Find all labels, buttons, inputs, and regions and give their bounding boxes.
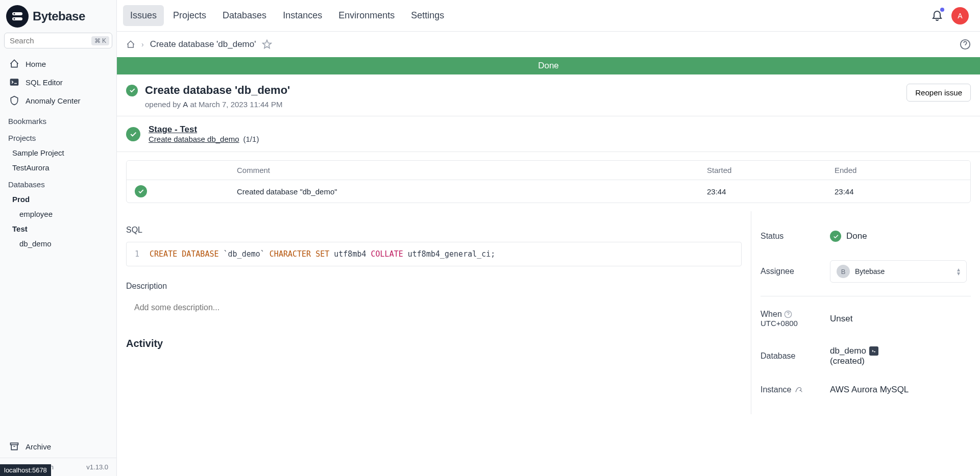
- col-comment: Comment: [237, 166, 707, 174]
- svg-point-0: [6, 5, 29, 28]
- terminal-icon: [9, 77, 19, 87]
- mysql-icon: [794, 385, 803, 394]
- select-arrows-icon: ▴▾: [957, 267, 960, 275]
- sidebar-db-employee[interactable]: employee: [0, 207, 116, 221]
- tab-issues[interactable]: Issues: [123, 5, 164, 26]
- status-label: Status: [761, 232, 830, 241]
- status-check-icon: [126, 85, 138, 96]
- nav-anomaly-label: Anomaly Center: [26, 96, 81, 105]
- instance-label: Instance: [761, 385, 791, 394]
- sidebar-project-testaurora[interactable]: TestAurora: [0, 160, 116, 175]
- col-started: Started: [707, 166, 835, 174]
- sql-content: CREATE DATABASE `db_demo` CHARACTER SET …: [150, 249, 495, 259]
- nav-home[interactable]: Home: [4, 55, 112, 73]
- terminal-small-icon: [869, 346, 878, 356]
- task-table: Comment Started Ended Created database "…: [126, 160, 971, 203]
- nav-sql-label: SQL Editor: [26, 78, 63, 87]
- top-tabs: Issues Projects Databases Instances Envi…: [117, 0, 980, 32]
- task-row[interactable]: Created database "db_demo" 23:44 23:44: [127, 180, 970, 203]
- row-comment: Created database "db_demo": [237, 187, 707, 196]
- assignee-select[interactable]: B Bytebase ▴▾: [830, 260, 967, 283]
- tab-instances[interactable]: Instances: [276, 5, 329, 26]
- sql-label: SQL: [126, 226, 742, 235]
- row-started: 23:44: [707, 187, 835, 196]
- database-value[interactable]: db_demo: [830, 346, 866, 356]
- when-label: When: [761, 310, 782, 319]
- description-input[interactable]: [126, 298, 742, 317]
- sql-editor[interactable]: 1 CREATE DATABASE `db_demo` CHARACTER SE…: [126, 242, 742, 266]
- archive-icon: [9, 441, 19, 452]
- breadcrumb: › Create database 'db_demo': [117, 32, 980, 57]
- stage-title[interactable]: Stage - Test: [149, 124, 259, 135]
- logo[interactable]: Bytebase: [0, 0, 116, 33]
- svg-rect-6: [11, 443, 18, 444]
- description-label: Description: [126, 282, 742, 291]
- status-banner: Done: [117, 57, 980, 74]
- database-status: (created): [830, 356, 878, 366]
- bookmarks-heading: Bookmarks: [0, 112, 116, 129]
- chevron-right-icon: ›: [141, 40, 144, 48]
- issue-meta: opened by A at March 7, 2023 11:44 PM: [145, 100, 290, 109]
- shield-icon: [9, 95, 19, 106]
- tab-databases[interactable]: Databases: [215, 5, 274, 26]
- sidebar-env-test[interactable]: Test: [0, 221, 116, 236]
- opened-user[interactable]: A: [183, 100, 188, 109]
- home-breadcrumb-icon[interactable]: [126, 40, 135, 49]
- status-check-icon-small: [830, 231, 841, 242]
- nav-anomaly[interactable]: Anomaly Center: [4, 91, 112, 110]
- notifications-button[interactable]: [931, 9, 943, 22]
- assignee-avatar: B: [837, 265, 850, 278]
- home-icon: [9, 59, 19, 69]
- search-shortcut: ⌘ K: [91, 36, 109, 45]
- when-tz: UTC+0800: [761, 319, 798, 328]
- when-value: Unset: [830, 314, 852, 324]
- row-check-icon: [135, 185, 147, 197]
- opened-time: at March 7, 2023 11:44 PM: [190, 100, 282, 109]
- row-ended: 23:44: [835, 187, 962, 196]
- help-icon[interactable]: [960, 39, 971, 50]
- tab-settings[interactable]: Settings: [404, 5, 451, 26]
- issue-title: Create database 'db_demo': [145, 84, 290, 97]
- nav-archive[interactable]: Archive: [4, 437, 112, 456]
- svg-point-3: [14, 13, 15, 15]
- nav-archive-label: Archive: [26, 442, 51, 451]
- assignee-value: Bytebase: [855, 267, 885, 275]
- nav-sql-editor[interactable]: SQL Editor: [4, 73, 112, 91]
- localhost-badge: localhost:5678: [0, 464, 51, 476]
- tab-environments[interactable]: Environments: [331, 5, 402, 26]
- user-avatar[interactable]: A: [951, 7, 969, 24]
- col-ended: Ended: [835, 166, 962, 174]
- stage-check-icon: [126, 127, 140, 141]
- sidebar-db-demo[interactable]: db_demo: [0, 236, 116, 251]
- star-icon[interactable]: [262, 39, 272, 49]
- status-value: Done: [846, 231, 867, 241]
- opened-prefix: opened by: [145, 100, 181, 109]
- brand-name: Bytebase: [33, 9, 85, 23]
- assignee-label: Assignee: [761, 267, 830, 276]
- sidebar-env-prod[interactable]: Prod: [0, 192, 116, 207]
- stage-count: (1/1): [243, 135, 259, 143]
- database-label: Database: [761, 352, 830, 361]
- version-label: v1.13.0: [86, 463, 108, 471]
- breadcrumb-current: Create database 'db_demo': [150, 39, 256, 49]
- svg-point-4: [14, 18, 15, 20]
- activity-heading: Activity: [126, 338, 742, 349]
- tab-projects[interactable]: Projects: [166, 5, 213, 26]
- stage-task[interactable]: Create database db_demo: [149, 135, 239, 143]
- svg-rect-5: [10, 79, 19, 85]
- instance-value[interactable]: AWS Aurora MySQL: [830, 385, 909, 395]
- sidebar: Bytebase ⌘ K Home SQL Editor Anomaly Cen…: [0, 0, 117, 476]
- reopen-button[interactable]: Reopen issue: [906, 84, 971, 102]
- bytebase-logo-icon: [6, 5, 29, 28]
- sidebar-project-sample[interactable]: Sample Project: [0, 145, 116, 160]
- main: Issues Projects Databases Instances Envi…: [117, 0, 980, 476]
- info-icon[interactable]: [784, 310, 792, 318]
- notification-dot: [940, 8, 944, 12]
- stage-box: Stage - Test Create database db_demo (1/…: [117, 116, 980, 152]
- sql-lineno: 1: [135, 249, 139, 259]
- databases-heading: Databases: [0, 175, 116, 192]
- nav-home-label: Home: [26, 60, 46, 68]
- projects-heading: Projects: [0, 129, 116, 145]
